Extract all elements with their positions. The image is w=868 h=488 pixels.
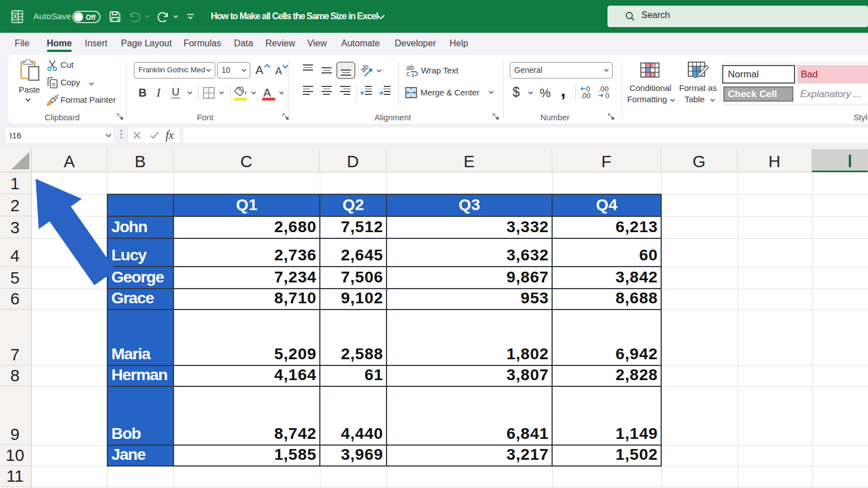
svg-text:c: c	[406, 70, 410, 77]
